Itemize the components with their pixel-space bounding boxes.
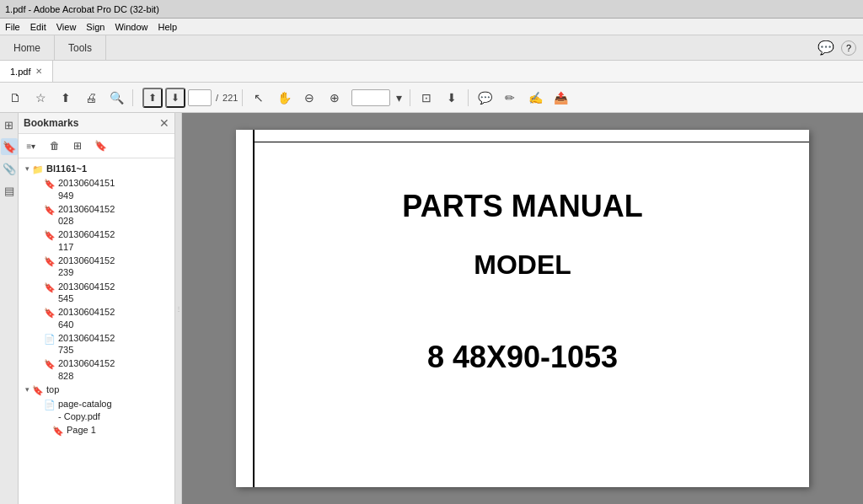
- select-tool-btn[interactable]: ↖: [247, 87, 271, 109]
- bm-sub-item-1[interactable]: 🔖 Page 1: [19, 423, 174, 437]
- nav-prev-btn[interactable]: ⬆: [142, 88, 163, 108]
- bm-bookmark-icon-0: 🔖: [44, 178, 56, 190]
- bookmarks-panel: Bookmarks ✕ ≡▾ 🗑 ⊞ 🔖 ▾ 📁 Bl1161~1 🔖 2013…: [19, 113, 175, 504]
- tab-bar-right: 💬 ?: [817, 35, 863, 60]
- bm-options-btn[interactable]: ≡▾: [22, 137, 42, 155]
- annotate-btn[interactable]: 💬: [473, 87, 496, 109]
- bm-bookmark-icon-7: 🔖: [44, 358, 56, 370]
- file-tab[interactable]: 1.pdf ✕: [0, 61, 53, 82]
- sidebar-icon-bookmarks[interactable]: 🔖: [1, 138, 18, 155]
- toolbar-print-btn[interactable]: 🖨: [79, 87, 103, 109]
- menu-edit[interactable]: Edit: [30, 22, 46, 32]
- bm-sub-folder-icon: 🔖: [32, 384, 44, 396]
- bm-bookmark-icon-4: 🔖: [44, 281, 56, 293]
- zoom-in-btn[interactable]: ⊕: [323, 87, 346, 109]
- bookmarks-toolbar: ≡▾ 🗑 ⊞ 🔖: [19, 134, 174, 158]
- bookmarks-close-btn[interactable]: ✕: [159, 116, 169, 130]
- draw-btn[interactable]: ✏: [498, 87, 522, 109]
- page-separator: /: [216, 93, 218, 103]
- bm-page-icon-6: 📄: [44, 333, 56, 345]
- menu-help[interactable]: Help: [158, 22, 178, 32]
- zoom-controls: 110% ▾: [351, 87, 405, 109]
- tab-bar: Home Tools 💬 ?: [0, 35, 863, 61]
- comment-icon[interactable]: 💬: [817, 40, 834, 56]
- sidebar-icons: ⊞ 🔖 📎 ▤: [0, 113, 19, 504]
- bm-item-label-0: 20130604151949: [58, 177, 115, 201]
- pdf-page: PARTS MANUAL MODEL 8 48X90-1053: [236, 130, 809, 487]
- page-total: 221: [222, 93, 238, 103]
- bm-goto-btn[interactable]: 🔖: [90, 137, 110, 155]
- toolbar-bookmark-btn[interactable]: ☆: [29, 87, 52, 109]
- tab-home[interactable]: Home: [0, 35, 55, 60]
- zoom-out-btn[interactable]: ⊖: [297, 87, 321, 109]
- pdf-border-left: [253, 130, 255, 487]
- fit-page-btn[interactable]: ⊡: [415, 87, 438, 109]
- bm-root-toggle[interactable]: ▾: [22, 164, 32, 174]
- fit-width-btn[interactable]: ⬇: [440, 87, 464, 109]
- bm-sub-toggle[interactable]: ▾: [22, 385, 32, 395]
- bm-item-1[interactable]: 🔖 20130604152028: [19, 202, 174, 228]
- toolbar-search-btn[interactable]: 🔍: [105, 87, 128, 109]
- bm-new-child-btn[interactable]: ⊞: [67, 137, 88, 155]
- toolbar: 🗋 ☆ ⬆ 🖨 🔍 ⬆ ⬇ 2 / 221 ↖ ✋ ⊖ ⊕ 110% ▾ ⊡ ⬇…: [0, 83, 863, 113]
- bm-item-label-4: 20130604152545: [58, 281, 115, 305]
- tab-tools[interactable]: Tools: [55, 35, 106, 60]
- page-number-input[interactable]: 2: [188, 89, 212, 106]
- bm-item-0[interactable]: 🔖 20130604151949: [19, 176, 174, 202]
- bm-root-item[interactable]: ▾ 📁 Bl1161~1: [19, 162, 174, 176]
- pdf-model-number: 8 48X90-1053: [427, 340, 618, 375]
- bm-bookmark-icon-5: 🔖: [44, 307, 56, 319]
- bookmarks-tree[interactable]: ▾ 📁 Bl1161~1 🔖 20130604151949 🔖 20130604…: [19, 158, 174, 504]
- sidebar-icon-thumbnails[interactable]: ⊞: [1, 116, 18, 133]
- bm-item-label-3: 20130604152239: [58, 255, 115, 279]
- sidebar-icon-attachments[interactable]: 📎: [1, 160, 18, 177]
- file-tab-label: 1.pdf: [10, 67, 30, 77]
- bm-bookmark-icon-2: 🔖: [44, 229, 56, 241]
- bm-sub-label-0: page-catalog- Copy.pdf: [58, 398, 112, 422]
- splitter-dots: ⋮: [175, 305, 181, 313]
- pdf-border-top: [253, 142, 809, 143]
- panel-splitter[interactable]: ⋮: [175, 113, 182, 504]
- sidebar-icon-layers[interactable]: ▤: [1, 182, 18, 199]
- pan-tool-btn[interactable]: ✋: [272, 87, 296, 109]
- toolbar-sep-2: [242, 89, 243, 106]
- bm-item-label-7: 20130604152828: [58, 357, 115, 382]
- bm-sub-item-0[interactable]: 📄 page-catalog- Copy.pdf: [19, 397, 174, 423]
- bm-sub-root[interactable]: ▾ 🔖 top: [19, 383, 174, 397]
- bm-item-7[interactable]: 🔖 20130604152828: [19, 357, 174, 383]
- menu-file[interactable]: File: [5, 22, 20, 32]
- bm-bookmark-icon-3: 🔖: [44, 255, 56, 267]
- bookmarks-header: Bookmarks ✕: [19, 113, 174, 134]
- help-icon[interactable]: ?: [841, 40, 856, 56]
- bm-item-2[interactable]: 🔖 20130604152117: [19, 228, 174, 254]
- menu-sign[interactable]: Sign: [86, 22, 105, 32]
- bookmarks-title: Bookmarks: [24, 117, 78, 129]
- bm-sub-root-label: top: [46, 383, 59, 395]
- file-tab-close[interactable]: ✕: [35, 67, 42, 76]
- toolbar-sep-3: [410, 89, 410, 106]
- menu-view[interactable]: View: [56, 22, 77, 32]
- toolbar-upload-btn[interactable]: ⬆: [54, 87, 78, 109]
- bm-root-label: Bl1161~1: [46, 163, 87, 174]
- file-tab-bar: 1.pdf ✕: [0, 61, 863, 83]
- highlight-btn[interactable]: ✍: [523, 87, 547, 109]
- title-text: 1.pdf - Adobe Acrobat Pro DC (32-bit): [5, 4, 159, 14]
- share-btn[interactable]: 📤: [549, 87, 572, 109]
- bm-item-3[interactable]: 🔖 20130604152239: [19, 254, 174, 280]
- nav-controls: ⬆ ⬇ 2 / 221: [142, 88, 238, 108]
- nav-next-btn[interactable]: ⬇: [165, 88, 185, 108]
- pdf-area[interactable]: PARTS MANUAL MODEL 8 48X90-1053: [182, 113, 863, 504]
- menu-window[interactable]: Window: [115, 22, 147, 32]
- bm-item-4[interactable]: 🔖 20130604152545: [19, 280, 174, 306]
- toolbar-create-btn[interactable]: 🗋: [3, 87, 27, 109]
- bm-item-6[interactable]: 📄 20130604152735: [19, 331, 174, 357]
- zoom-input[interactable]: 110%: [351, 89, 390, 106]
- main-layout: ⊞ 🔖 📎 ▤ Bookmarks ✕ ≡▾ 🗑 ⊞ 🔖 ▾ 📁 Bl1161~…: [0, 113, 863, 504]
- bm-sub-label-1: Page 1: [67, 424, 96, 436]
- zoom-dropdown-btn[interactable]: ▾: [392, 87, 405, 109]
- bm-item-5[interactable]: 🔖 20130604152640: [19, 305, 174, 331]
- bm-item-label-2: 20130604152117: [58, 228, 115, 253]
- bm-delete-btn[interactable]: 🗑: [45, 137, 65, 155]
- bm-folder-icon: 📁: [32, 164, 44, 175]
- toolbar-sep-4: [468, 89, 469, 106]
